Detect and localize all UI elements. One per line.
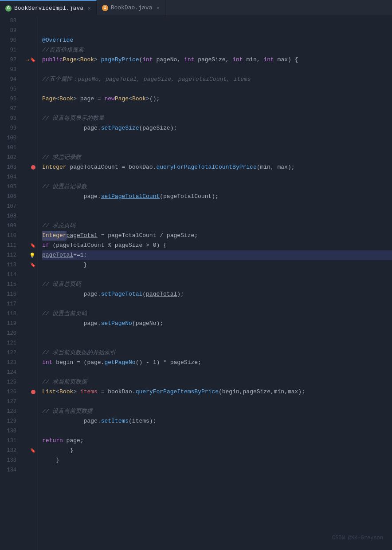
line-number-117: 117	[0, 299, 20, 309]
code-line-129: page.setItems(items);	[42, 416, 392, 426]
gutter-line-110: 110	[0, 231, 37, 241]
code-line-133: }	[42, 455, 392, 465]
tab-close-1[interactable]: ✕	[88, 5, 91, 11]
code-container: 8889909192→🔖9394959697989910010110210310…	[0, 16, 392, 550]
line-number-119: 119	[0, 319, 20, 328]
code-line-118: // 设置当前页码	[42, 309, 392, 319]
code-line-97	[42, 104, 392, 114]
line-number-96: 96	[0, 94, 20, 104]
tab-close-2[interactable]: ✕	[157, 5, 160, 11]
gutter-line-120: 120	[0, 328, 37, 338]
bookmark-icon: 🔖	[30, 57, 35, 63]
line-number-102: 102	[0, 153, 20, 162]
line-number-129: 129	[0, 416, 20, 426]
line-number-100: 100	[0, 133, 20, 143]
line-number-104: 104	[0, 172, 20, 182]
line-number-110: 110	[0, 231, 20, 241]
line-number-126: 126	[0, 387, 20, 397]
line-number-134: 134	[0, 465, 20, 475]
line-number-112: 112	[0, 250, 20, 260]
bookmark-icon: 🔖	[30, 243, 35, 248]
gutter-line-88: 88	[0, 16, 37, 26]
line-number-97: 97	[0, 104, 20, 114]
code-line-110: Integer pageTotal = pageTotalCount / pag…	[42, 231, 392, 241]
gutter-line-123: 123	[0, 358, 37, 368]
gutter-line-105: 105	[0, 182, 37, 192]
code-line-104	[42, 172, 392, 182]
line-number-133: 133	[0, 455, 20, 465]
code-line-93	[42, 65, 392, 75]
line-number-92: 92	[0, 55, 20, 65]
tab-bookdao[interactable]: I BookDao.java ✕	[97, 0, 165, 16]
gutter-line-100: 100	[0, 133, 37, 143]
bookmark-icon: 🔖	[30, 262, 35, 268]
gutter-line-124: 124	[0, 368, 37, 377]
line-number-107: 107	[0, 202, 20, 211]
code-line-112: pageTotal+=1;	[42, 250, 392, 260]
breakpoint-icon	[31, 390, 35, 394]
gutter-line-96: 96	[0, 94, 37, 104]
line-number-94: 94	[0, 75, 20, 84]
gutter-line-129: 129	[0, 416, 37, 426]
gutter-line-97: 97	[0, 104, 37, 114]
code-line-94: //五个属性：pageNo, pageTotal, pageSize, page…	[42, 75, 392, 84]
gutter-line-128: 128	[0, 407, 37, 416]
code-line-90: @Override	[42, 36, 392, 45]
gutter-line-111: 111🔖	[0, 241, 37, 250]
line-number-103: 103	[0, 162, 20, 172]
line-number-118: 118	[0, 309, 20, 319]
arrow-icon: →	[26, 57, 29, 63]
gutter-line-93: 93	[0, 65, 37, 75]
code-line-116: page.setPageTotal(pageTotal);	[42, 289, 392, 299]
code-line-95	[42, 84, 392, 94]
code-line-105: // 设置总记录数	[42, 182, 392, 192]
code-line-122: // 求当前页数据的开始索引	[42, 348, 392, 358]
line-indicators-126	[20, 390, 37, 394]
code-line-108	[42, 211, 392, 221]
gutter-line-103: 103	[0, 162, 37, 172]
line-number-95: 95	[0, 84, 20, 94]
line-number-132: 132	[0, 446, 20, 455]
tab-bookserviceimpl[interactable]: G BookServiceImpl.java ✕	[0, 0, 97, 16]
code-line-100	[42, 133, 392, 143]
gutter-line-114: 114	[0, 270, 37, 280]
tab-icon-1: G	[5, 5, 12, 12]
bulb-icon: 💡	[29, 253, 35, 258]
gutter-line-116: 116	[0, 289, 37, 299]
gutter-line-106: 106	[0, 192, 37, 202]
watermark: CSDN @KK-Greyson	[332, 535, 383, 541]
line-number-125: 125	[0, 377, 20, 387]
line-indicators-103	[20, 165, 37, 170]
line-number-91: 91	[0, 45, 20, 55]
code-line-96: Page<Book> page = new Page<Book>();	[42, 94, 392, 104]
gutter-line-134: 134	[0, 465, 37, 475]
line-number-130: 130	[0, 426, 20, 436]
line-number-121: 121	[0, 338, 20, 348]
code-line-126: List<Book> items = bookDao.queryForPageI…	[42, 387, 392, 397]
gutter-line-130: 130	[0, 426, 37, 436]
line-number-106: 106	[0, 192, 20, 202]
line-number-115: 115	[0, 280, 20, 289]
code-line-132: }	[42, 446, 392, 455]
code-line-107	[42, 202, 392, 211]
code-line-111: if (pageTotalCount % pageSize > 0) {	[42, 241, 392, 250]
line-number-88: 88	[0, 16, 20, 26]
bookmark-icon: 🔖	[30, 448, 35, 453]
gutter-line-117: 117	[0, 299, 37, 309]
code-line-123: int begin = (page.getPageNo() - 1) * pag…	[42, 358, 392, 368]
gutter-line-101: 101	[0, 143, 37, 153]
line-indicators-113: 🔖	[20, 262, 37, 268]
code-line-102: // 求总记录数	[42, 153, 392, 162]
gutter-line-118: 118	[0, 309, 37, 319]
line-number-89: 89	[0, 26, 20, 36]
code-line-98: // 设置每页显示的数量	[42, 114, 392, 123]
gutter-line-98: 98	[0, 114, 37, 123]
code-line-115: // 设置总页码	[42, 280, 392, 289]
code-line-121	[42, 338, 392, 348]
line-number-124: 124	[0, 368, 20, 377]
gutter-line-127: 127	[0, 397, 37, 407]
gutter: 8889909192→🔖9394959697989910010110210310…	[0, 16, 38, 550]
gutter-line-99: 99	[0, 123, 37, 133]
code-content[interactable]: @Override //首页价格搜索 public Page<Book> pag…	[38, 16, 392, 550]
gutter-line-125: 125	[0, 377, 37, 387]
